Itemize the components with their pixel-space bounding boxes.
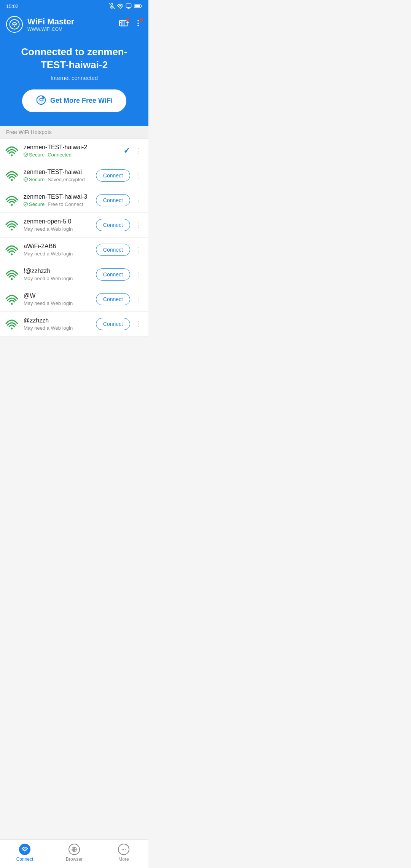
app-logo bbox=[6, 16, 23, 33]
secure-badge: Secure bbox=[24, 201, 45, 207]
wifi-list-item: zenmen-TEST-haiwai-3 Secure Free to Conn… bbox=[0, 188, 148, 213]
app-name: WiFi Master bbox=[27, 17, 74, 27]
svg-point-25 bbox=[11, 179, 13, 181]
scan-button[interactable] bbox=[119, 19, 129, 30]
wifi-info: zenmen-TEST-haiwai-2 Secure Connected bbox=[24, 144, 119, 158]
wifi-action-area: Connect ⋮ bbox=[96, 169, 144, 182]
svg-point-30 bbox=[11, 303, 13, 305]
wifi-list-item: aWiFi-2AB6 May need a Web login Connect … bbox=[0, 238, 148, 262]
section-label: Free WiFi Hotspots bbox=[0, 126, 148, 139]
connect-button[interactable]: Connect bbox=[96, 194, 130, 206]
time: 15:02 bbox=[6, 3, 19, 9]
wifi-action-area: Connect ⋮ bbox=[96, 194, 144, 206]
wifi-info: aWiFi-2AB6 May need a Web login bbox=[24, 243, 91, 257]
wifi-meta: May need a Web login bbox=[24, 226, 91, 232]
wifi-meta: May need a Web login bbox=[24, 300, 91, 306]
wifi-meta: Secure Connected bbox=[24, 152, 119, 158]
wifi-status-icon bbox=[117, 3, 123, 9]
hero-title: Connected to zenmen-TEST-haiwai-2 bbox=[8, 46, 141, 72]
wifi-meta: Secure Free to Connect bbox=[24, 201, 91, 207]
wifi-signal-icon bbox=[5, 294, 19, 305]
svg-point-17 bbox=[137, 20, 139, 22]
menu-button[interactable] bbox=[134, 19, 142, 30]
wifi-name: @zzhzzh bbox=[24, 317, 91, 324]
wifi-signal-icon bbox=[5, 244, 19, 255]
svg-point-24 bbox=[11, 154, 13, 156]
wifi-status: Saved,encrypted bbox=[48, 177, 85, 182]
status-bar: 15:02 bbox=[0, 0, 148, 12]
wifi-more-icon[interactable]: ⋮ bbox=[134, 318, 144, 330]
wifi-signal-icon bbox=[5, 145, 19, 156]
connect-button[interactable]: Connect bbox=[96, 244, 130, 256]
wifi-meta: Secure Saved,encrypted bbox=[24, 177, 91, 182]
wifi-action-area: Connect ⋮ bbox=[96, 293, 144, 305]
get-wifi-button[interactable]: ? Get More Free WiFi bbox=[22, 89, 126, 112]
wifi-more-icon[interactable]: ⋮ bbox=[134, 244, 144, 255]
connected-check-icon: ✓ bbox=[123, 146, 130, 156]
wifi-more-icon[interactable]: ⋮ bbox=[134, 170, 144, 181]
wifi-info: zenmen-TEST-haiwai-3 Secure Free to Conn… bbox=[24, 193, 91, 207]
header-title-block: WiFi Master WWW.WiFi.COM bbox=[27, 17, 74, 32]
header-actions bbox=[119, 19, 142, 30]
wifi-meta: May need a Web login bbox=[24, 251, 91, 257]
svg-point-27 bbox=[11, 228, 13, 230]
wifi-list-item: @W May need a Web login Connect ⋮ bbox=[0, 287, 148, 312]
wifi-more-icon[interactable]: ⋮ bbox=[134, 294, 144, 305]
svg-point-26 bbox=[11, 204, 13, 206]
wifi-list-item: zenmen-open-5.0 May need a Web login Con… bbox=[0, 213, 148, 238]
wifi-list-item: !@zzhzzh May need a Web login Connect ⋮ bbox=[0, 262, 148, 287]
wifi-meta: May need a Web login bbox=[24, 276, 91, 281]
wifi-more-icon[interactable]: ⋮ bbox=[134, 195, 144, 206]
wifi-info: @W May need a Web login bbox=[24, 292, 91, 306]
wifi-action-area: Connect ⋮ bbox=[96, 219, 144, 231]
wifi-status: Connected bbox=[48, 152, 72, 158]
get-wifi-label: Get More Free WiFi bbox=[50, 97, 113, 105]
screen-icon bbox=[126, 3, 132, 9]
wifi-name: aWiFi-2AB6 bbox=[24, 243, 91, 250]
wifi-signal-icon bbox=[5, 170, 19, 181]
connect-button[interactable]: Connect bbox=[96, 169, 130, 182]
wifi-name: zenmen-TEST-haiwai-2 bbox=[24, 144, 119, 151]
wifi-action-area: Connect ⋮ bbox=[96, 268, 144, 281]
wifi-signal-icon bbox=[5, 269, 19, 280]
connect-button[interactable]: Connect bbox=[96, 219, 130, 231]
header-left: WiFi Master WWW.WiFi.COM bbox=[6, 16, 74, 33]
wifi-meta: May need a Web login bbox=[24, 325, 91, 331]
wifi-signal-icon bbox=[5, 195, 19, 206]
wifi-more-icon[interactable]: ⋮ bbox=[134, 219, 144, 231]
hero-subtitle: Internet connected bbox=[8, 75, 141, 81]
secure-badge: Secure bbox=[24, 152, 45, 158]
wifi-name: !@zzhzzh bbox=[24, 268, 91, 274]
wifi-action-area: Connect ⋮ bbox=[96, 244, 144, 256]
wifi-list-item: zenmen-TEST-haiwai Secure Saved,encrypte… bbox=[0, 163, 148, 188]
status-icons bbox=[109, 3, 142, 9]
connect-button[interactable]: Connect bbox=[96, 293, 130, 305]
connect-button[interactable]: Connect bbox=[96, 268, 130, 281]
secure-badge: Secure bbox=[24, 177, 45, 182]
wifi-action-area: Connect ⋮ bbox=[96, 318, 144, 330]
wifi-info: zenmen-open-5.0 May need a Web login bbox=[24, 218, 91, 232]
svg-rect-9 bbox=[135, 5, 140, 7]
svg-point-29 bbox=[11, 278, 13, 280]
svg-point-18 bbox=[137, 22, 139, 24]
wifi-list-item: @zzhzzh May need a Web login Connect ⋮ bbox=[0, 312, 148, 337]
connect-button[interactable]: Connect bbox=[96, 318, 130, 330]
wifi-name: zenmen-TEST-haiwai bbox=[24, 169, 91, 176]
hero-section: Connected to zenmen-TEST-haiwai-2 Intern… bbox=[0, 38, 148, 126]
svg-text:?: ? bbox=[42, 97, 43, 99]
wifi-list: zenmen-TEST-haiwai-2 Secure Connected ✓ … bbox=[0, 139, 148, 337]
svg-point-3 bbox=[120, 8, 121, 9]
wifi-more-icon[interactable]: ⋮ bbox=[134, 145, 144, 156]
red-dot-menu bbox=[140, 18, 143, 21]
svg-point-21 bbox=[41, 101, 42, 102]
wifi-info: !@zzhzzh May need a Web login bbox=[24, 268, 91, 281]
get-wifi-icon: ? bbox=[36, 95, 46, 107]
svg-rect-4 bbox=[126, 4, 131, 7]
wifi-info: zenmen-TEST-haiwai Secure Saved,encrypte… bbox=[24, 169, 91, 182]
wifi-status: Free to Connect bbox=[48, 201, 83, 207]
wifi-more-icon[interactable]: ⋮ bbox=[134, 269, 144, 280]
app-url: WWW.WiFi.COM bbox=[27, 27, 74, 32]
wifi-status: May need a Web login bbox=[24, 226, 73, 232]
mute-icon bbox=[109, 3, 115, 9]
wifi-name: zenmen-open-5.0 bbox=[24, 218, 91, 225]
